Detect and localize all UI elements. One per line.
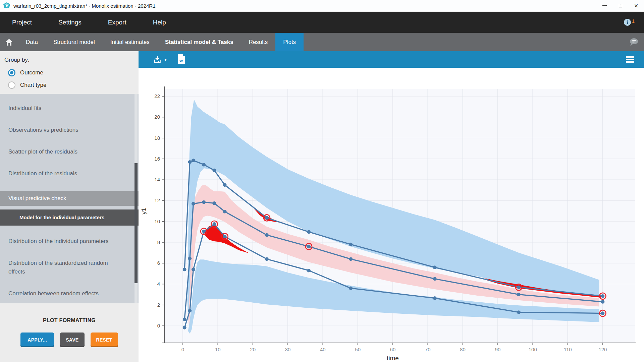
feedback-button[interactable]: [629, 33, 644, 51]
menu-item-settings[interactable]: Settings: [58, 19, 82, 26]
sidebar-item-visual-predictive-check[interactable]: Visual predictive check: [0, 191, 139, 206]
download-icon: [153, 56, 161, 64]
svg-text:4: 4: [157, 281, 160, 287]
close-button[interactable]: ×: [628, 0, 644, 11]
svg-text:8: 8: [157, 239, 160, 245]
radio-outcome[interactable]: Outcome: [4, 66, 139, 79]
sidebar-item-model-for-the-individual-parameters[interactable]: Model for the individual parameters: [0, 209, 139, 226]
svg-text:22: 22: [154, 93, 160, 99]
svg-text:70: 70: [425, 347, 431, 352]
notifications-button[interactable]: i 1: [624, 19, 635, 26]
sidebar-scrollbar-thumb[interactable]: [135, 163, 138, 283]
notification-count: 1: [632, 18, 635, 24]
save-button[interactable]: SAVE: [60, 333, 84, 347]
sidebar-item-distribution-of-the-individual-parameters[interactable]: Distribution of the individual parameter…: [0, 237, 139, 246]
monolix-logo-icon: [3, 2, 10, 9]
svg-text:w: w: [179, 58, 183, 63]
tab-bar: DataStructural modelInitial estimatesSta…: [0, 33, 644, 51]
group-by-section: Group by: Outcome Chart type: [0, 51, 139, 94]
word-export-button[interactable]: w: [177, 54, 185, 65]
word-document-icon: w: [177, 54, 185, 64]
svg-text:time: time: [387, 355, 399, 362]
svg-text:10: 10: [154, 219, 160, 224]
plot-formatting-section: PLOT FORMATTING APPLY... SAVE RESET: [0, 303, 139, 362]
svg-text:6: 6: [157, 260, 160, 266]
sidebar-item-distribution-of-the-standardized-random-effects[interactable]: Distribution of the standardized random …: [0, 259, 139, 276]
svg-text:0: 0: [181, 347, 184, 352]
tab-items: DataStructural modelInitial estimatesSta…: [18, 33, 304, 51]
svg-text:110: 110: [564, 347, 572, 352]
svg-text:30: 30: [285, 347, 291, 352]
info-icon: i: [624, 19, 631, 26]
home-icon: [5, 39, 13, 46]
plot-menu-button[interactable]: [626, 56, 634, 63]
content-area: Group by: Outcome Chart type Individual …: [0, 51, 644, 362]
minimize-icon: [602, 5, 607, 6]
svg-text:100: 100: [529, 347, 537, 352]
svg-text:20: 20: [250, 347, 256, 352]
svg-text:50: 50: [355, 347, 361, 352]
vpc-chart: 0246810121416182022010203040506070809010…: [139, 68, 644, 362]
svg-text:12: 12: [154, 197, 160, 203]
svg-text:90: 90: [495, 347, 501, 352]
menu-items: ProjectSettingsExportHelp: [12, 19, 193, 26]
tab-data[interactable]: Data: [18, 33, 46, 51]
radio-selected-icon: [8, 69, 15, 76]
menu-item-project[interactable]: Project: [12, 19, 32, 26]
tab-statistical-model-tasks[interactable]: Statistical model & Tasks: [157, 33, 241, 51]
svg-text:60: 60: [390, 347, 396, 352]
chevron-down-icon: ▼: [164, 58, 167, 62]
apply-button[interactable]: APPLY...: [20, 333, 54, 347]
tab-initial-estimates[interactable]: Initial estimates: [103, 33, 157, 51]
main-panel: ▼ w 024681012141618202201020304050607080…: [139, 51, 644, 362]
sidebar-item-correlation-between-random-effects[interactable]: Correlation between random effects: [0, 289, 139, 298]
tab-results[interactable]: Results: [241, 33, 276, 51]
sidebar-item-individual-fits[interactable]: Individual fits: [0, 104, 139, 113]
speech-bubble-icon: [629, 38, 639, 47]
plot-formatting-title: PLOT FORMATTING: [0, 317, 139, 323]
svg-text:0: 0: [157, 323, 160, 328]
window-controls: ×: [597, 0, 644, 11]
hamburger-icon: [626, 56, 634, 58]
group-by-label: Group by:: [4, 57, 139, 63]
title-bar: warfarin_r03_2cmp_tlag.mlxtran* - Monoli…: [0, 0, 644, 12]
close-icon: ×: [634, 2, 638, 9]
svg-text:40: 40: [320, 347, 326, 352]
menu-item-help[interactable]: Help: [153, 19, 166, 26]
svg-text:2: 2: [157, 302, 160, 308]
tab-structural-model[interactable]: Structural model: [46, 33, 103, 51]
sidebar-item-observations-vs-predictions[interactable]: Observations vs predictions: [0, 126, 139, 134]
tab-home[interactable]: [0, 33, 18, 51]
minimize-button[interactable]: [597, 0, 612, 11]
plot-toolbar: ▼ w: [139, 51, 644, 68]
svg-text:y1: y1: [140, 208, 147, 215]
download-button[interactable]: ▼: [153, 56, 167, 64]
window-title: warfarin_r03_2cmp_tlag.mlxtran* - Monoli…: [13, 3, 156, 9]
plot-area: 0246810121416182022010203040506070809010…: [139, 68, 644, 362]
svg-text:16: 16: [154, 156, 160, 162]
svg-text:120: 120: [598, 347, 607, 352]
sidebar-item-scatter-plot-of-the-residuals[interactable]: Scatter plot of the residuals: [0, 147, 139, 156]
menu-item-export[interactable]: Export: [108, 19, 126, 26]
svg-text:80: 80: [460, 347, 466, 352]
restore-icon: [619, 4, 622, 7]
sidebar-item-distribution-of-the-residuals[interactable]: Distribution of the residuals: [0, 169, 139, 178]
reset-button[interactable]: RESET: [91, 333, 118, 347]
svg-text:18: 18: [154, 135, 160, 141]
svg-text:20: 20: [154, 114, 160, 120]
svg-text:14: 14: [154, 177, 160, 182]
radio-chart-type[interactable]: Chart type: [4, 79, 139, 91]
sidebar: Group by: Outcome Chart type Individual …: [0, 51, 139, 362]
radio-unselected-icon: [8, 81, 15, 89]
tab-plots[interactable]: Plots: [275, 33, 304, 51]
radio-chart-type-label: Chart type: [20, 82, 46, 88]
svg-text:10: 10: [215, 347, 221, 352]
radio-outcome-label: Outcome: [20, 69, 43, 76]
menu-bar: ProjectSettingsExportHelp i 1: [0, 12, 644, 33]
plot-list: Individual fitsObservations vs predictio…: [0, 94, 139, 303]
restore-button[interactable]: [612, 0, 628, 11]
